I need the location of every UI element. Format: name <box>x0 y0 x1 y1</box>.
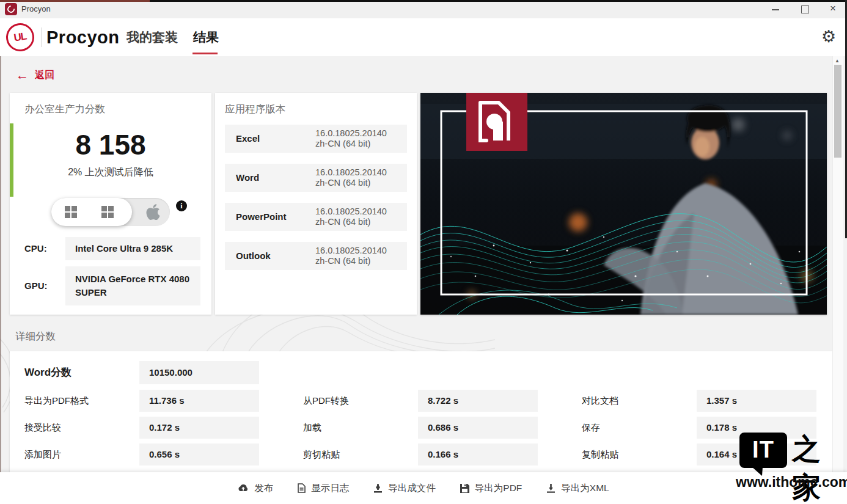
download-icon <box>373 484 383 493</box>
details-heading: 详细分数 <box>15 330 56 343</box>
back-label: 返回 <box>35 70 54 80</box>
app-name: Word <box>236 164 259 192</box>
score-value: 8 158 <box>10 128 211 161</box>
metric-value: 0.178 s <box>697 417 816 439</box>
office-benchmark-badge <box>466 93 527 151</box>
cpu-label: CPU: <box>24 237 47 260</box>
metric-label: 从PDF转换 <box>303 390 349 412</box>
app-versions-card: 应用程序版本 Excel 16.0.18025.20140zh-CN (64 b… <box>215 93 417 315</box>
ul-logo: UL <box>4 21 36 53</box>
gpu-label: GPU: <box>24 266 48 305</box>
app-locale: zh-CN (64 bit) <box>315 178 387 188</box>
app-version: 16.0.18025.20140 <box>315 128 387 139</box>
metric-label: 加载 <box>303 417 321 439</box>
word-score-value: 10150.000 <box>139 361 259 384</box>
metric-value: 1.357 s <box>697 390 816 412</box>
metric-label: 复制粘贴 <box>582 444 618 466</box>
save-icon <box>460 484 469 493</box>
active-tab-underline <box>193 53 218 54</box>
window-left-edge <box>0 56 1 472</box>
office-productivity-score-card: 办公室生产力分数 8 158 2% 上次测试后降低 i CPU: Intel C… <box>10 93 211 315</box>
cloud-upload-icon <box>238 484 249 492</box>
metric-value: 0.172 s <box>139 417 259 439</box>
app-locale: zh-CN (64 bit) <box>315 256 387 266</box>
show-log-button[interactable]: 显示日志 <box>298 482 349 495</box>
download-icon <box>546 484 556 493</box>
metric-label: 添加图片 <box>24 444 61 466</box>
app-locale: zh-CN (64 bit) <box>315 217 387 227</box>
back-link[interactable]: ←返回 <box>16 68 54 82</box>
maximize-button[interactable] <box>791 0 818 18</box>
nav-divider <box>41 27 42 47</box>
windows-icon <box>65 206 77 218</box>
score-delta: 2% 上次测试后降低 <box>10 166 211 179</box>
benchmark-hero-image <box>420 93 827 315</box>
metric-value: 11.736 s <box>139 390 259 412</box>
info-icon[interactable]: i <box>176 200 187 211</box>
platform-toggle-windows-segment[interactable] <box>51 198 132 226</box>
versions-card-title: 应用程序版本 <box>225 103 285 116</box>
window-titlebar: Procyon × <box>0 0 847 18</box>
version-row-powerpoint: PowerPoint 16.0.18025.20140zh-CN (64 bit… <box>225 203 407 231</box>
metric-label: 保存 <box>582 417 600 439</box>
tab-my-suites[interactable]: 我的套装 <box>127 23 178 51</box>
version-row-word: Word 16.0.18025.20140zh-CN (64 bit) <box>225 164 407 192</box>
app-name: PowerPoint <box>236 203 287 231</box>
scrollbar-up-icon[interactable]: ▲ <box>835 58 840 64</box>
metric-label: 导出为PDF格式 <box>24 390 89 412</box>
metric-label: 剪切粘贴 <box>303 444 340 466</box>
app-version: 16.0.18025.20140 <box>315 246 387 256</box>
version-row-excel: Excel 16.0.18025.20140zh-CN (64 bit) <box>225 125 407 153</box>
score-card-title: 办公室生产力分数 <box>24 103 105 116</box>
metric-value: 0.166 s <box>418 444 538 466</box>
word-score-label: Word分数 <box>24 362 72 384</box>
brand-title: Procyon <box>46 23 120 51</box>
metric-value: 0.656 s <box>139 444 259 466</box>
app-locale: zh-CN (64 bit) <box>315 139 387 149</box>
windows-icon <box>101 206 114 218</box>
top-edge-red-strip <box>0 0 150 2</box>
export-file-button[interactable]: 导出成文件 <box>373 482 436 495</box>
export-xml-button[interactable]: 导出为XML <box>546 482 609 495</box>
footer-action-bar: 发布 显示日志 导出成文件 导出为PDF 导出为XML <box>0 472 847 504</box>
export-pdf-button[interactable]: 导出为PDF <box>460 482 522 495</box>
version-row-outlook: Outlook 16.0.18025.20140zh-CN (64 bit) <box>225 242 407 270</box>
apple-icon[interactable] <box>146 203 160 221</box>
app-name: Outlook <box>236 242 271 270</box>
app-version: 16.0.18025.20140 <box>315 167 387 178</box>
detailed-scores-card: Word分数 10150.000 导出为PDF格式 11.736 s 从PDF转… <box>10 351 837 472</box>
gear-icon[interactable]: ⚙ <box>821 27 836 46</box>
metric-value: 0.164 s <box>697 444 816 466</box>
close-button[interactable]: × <box>820 0 846 18</box>
publish-button[interactable]: 发布 <box>238 482 273 495</box>
cpu-value: Intel Core Ultra 9 285K <box>65 237 200 260</box>
app-name: Excel <box>236 125 260 153</box>
tab-results[interactable]: 结果 <box>193 23 219 51</box>
nav-bar: UL Procyon 我的套装 结果 ⚙ <box>0 18 847 56</box>
window-title: Procyon <box>21 0 51 18</box>
metric-value: 8.722 s <box>418 390 538 412</box>
metric-value: 0.686 s <box>418 417 538 439</box>
platform-toggle[interactable] <box>51 198 170 226</box>
app-version: 16.0.18025.20140 <box>315 206 387 217</box>
app-icon <box>5 3 17 15</box>
log-file-icon <box>298 483 306 493</box>
minimize-button[interactable] <box>762 0 789 18</box>
metric-label: 接受比较 <box>24 417 61 439</box>
top-edge-black-strip <box>150 0 847 2</box>
back-arrow-icon: ← <box>16 68 29 82</box>
metric-label: 对比文档 <box>582 390 618 412</box>
gpu-value: NVIDIA GeForce RTX 4080 SUPER <box>65 266 200 305</box>
scrollbar-thumb[interactable] <box>834 65 842 158</box>
